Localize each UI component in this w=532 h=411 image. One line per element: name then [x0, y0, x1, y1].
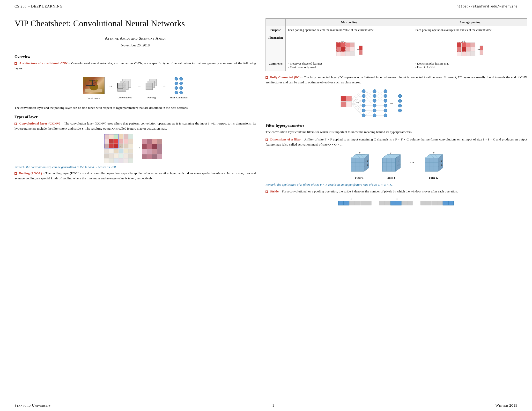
svg-text:F: F [441, 159, 443, 162]
svg-point-183 [398, 99, 402, 103]
footer-semester: Winter 2019 [495, 403, 517, 408]
filter-intro: The convolution layer contains filters f… [266, 130, 527, 135]
svg-rect-202 [382, 158, 396, 171]
svg-rect-66 [124, 158, 128, 163]
svg-rect-127 [341, 96, 346, 101]
fc-paragraph: Fully Connected (FC) – The fully connect… [266, 75, 527, 85]
svg-line-149 [352, 104, 362, 115]
svg-rect-235 [355, 201, 360, 205]
svg-rect-216 [425, 158, 438, 171]
svg-rect-109 [462, 43, 466, 47]
svg-rect-243 [396, 201, 401, 205]
svg-rect-237 [366, 201, 371, 205]
svg-rect-37 [128, 134, 133, 139]
svg-rect-46 [114, 144, 118, 149]
fc-col-2 [180, 77, 183, 94]
fc-node [175, 77, 178, 81]
pool-desc: – The pooling layer (POOL) is a downsamp… [15, 171, 256, 180]
types-heading: Types of layer [15, 115, 256, 119]
svg-rect-87 [152, 154, 157, 159]
svg-rect-246 [420, 201, 426, 205]
svg-rect-35 [119, 134, 123, 139]
svg-rect-244 [402, 201, 407, 205]
filter-hyperparams-section: Filter hyperparameters The convolution l… [266, 123, 527, 209]
svg-rect-114 [466, 47, 471, 51]
svg-rect-49 [128, 144, 133, 149]
svg-rect-32 [104, 134, 109, 139]
table-row-purpose: Purpose Each pooling operation selects t… [266, 26, 527, 34]
svg-point-133 [362, 94, 365, 98]
svg-rect-125 [480, 50, 483, 55]
fc-node [180, 86, 183, 90]
svg-rect-50 [104, 149, 109, 153]
svg-text:C: C [441, 163, 443, 166]
svg-rect-234 [349, 201, 355, 205]
svg-rect-118 [466, 52, 471, 56]
svg-rect-67 [128, 158, 133, 163]
svg-rect-59 [119, 154, 123, 158]
svg-rect-42 [124, 139, 128, 144]
svg-rect-95 [346, 47, 350, 51]
svg-rect-248 [432, 201, 437, 205]
svg-rect-82 [147, 149, 152, 154]
svg-text:F: F [367, 159, 369, 162]
svg-rect-81 [142, 149, 147, 154]
arrow-1: → [108, 84, 113, 89]
svg-point-137 [362, 114, 365, 117]
filter-ellipsis: ··· [410, 159, 414, 166]
svg-rect-80 [157, 144, 162, 149]
filter-label-2: Filter 2 [387, 176, 395, 179]
svg-rect-100 [350, 52, 354, 56]
dims-term: Dimensions of a filter [270, 138, 301, 141]
filter-hyperparams-heading: Filter hyperparameters [266, 123, 527, 128]
page-header: CS 230 – Deep Learning https://stanford.… [0, 0, 532, 11]
table-cell-illus-label: Illustration [266, 34, 285, 60]
filter2-svg: F F C [379, 151, 403, 175]
right-column: Max pooling Average pooling Purpose Each… [266, 18, 527, 211]
svg-rect-55 [128, 149, 133, 153]
authors: Afshine Amidi and Shervine Amidi [15, 36, 256, 41]
cnn-label-input: Input image [87, 96, 100, 99]
svg-text:F: F [398, 159, 400, 162]
table-row-illustration: Illustration [266, 34, 527, 60]
svg-line-138 [352, 91, 362, 99]
svg-rect-57 [109, 154, 114, 158]
svg-rect-40 [114, 139, 118, 144]
svg-rect-51 [109, 149, 114, 153]
cnn-label-fc: Fully Connected [170, 96, 187, 99]
svg-text:max: max [341, 40, 344, 42]
svg-rect-110 [466, 43, 471, 47]
cnn-stage-input: Input image [83, 77, 105, 99]
svg-rect-63 [109, 158, 114, 163]
svg-rect-86 [147, 154, 152, 159]
fc-node [175, 82, 178, 85]
svg-point-172 [384, 114, 387, 117]
svg-rect-41 [119, 139, 123, 144]
fc-visual [175, 78, 183, 93]
pooling-table: Max pooling Average pooling Purpose Each… [266, 18, 527, 71]
svg-rect-44 [104, 144, 109, 149]
svg-rect-116 [457, 52, 461, 56]
svg-rect-76 [157, 139, 162, 144]
overview-heading: Overview [15, 55, 256, 59]
conv-illustration-svg: → [104, 134, 167, 163]
svg-rect-84 [157, 149, 162, 154]
svg-text:avg: avg [462, 40, 465, 42]
pool-term: Pooling (POOL) [19, 171, 42, 175]
cnn-stage-conv: Convolutions [116, 78, 133, 99]
filter1-svg: F F C [347, 151, 371, 175]
svg-rect-247 [426, 201, 431, 205]
svg-rect-128 [346, 96, 352, 101]
dims-desc: – A filter of size F × F applied to an i… [266, 138, 527, 146]
svg-rect-74 [147, 139, 152, 144]
filter-label-k: Filter K [429, 176, 438, 179]
svg-line-165 [365, 111, 373, 115]
svg-rect-60 [124, 154, 128, 158]
header-course: CS 230 – Deep Learning [15, 4, 63, 9]
svg-rect-54 [124, 149, 128, 153]
svg-rect-117 [462, 52, 466, 56]
svg-rect-53 [119, 149, 123, 153]
cnn-arch-paragraph: Architecture of a traditional CNN – Conv… [15, 61, 256, 71]
svg-rect-39 [109, 139, 114, 144]
svg-rect-52 [114, 149, 118, 153]
